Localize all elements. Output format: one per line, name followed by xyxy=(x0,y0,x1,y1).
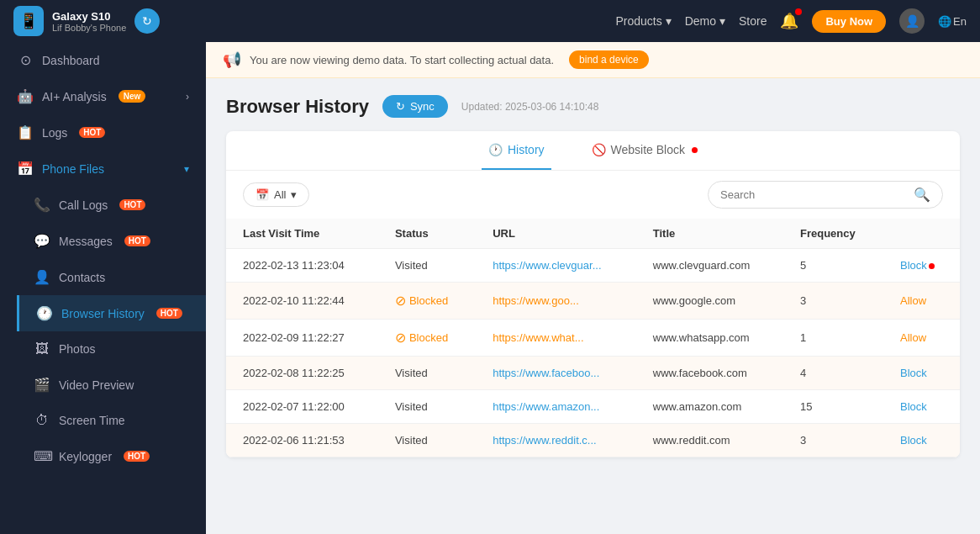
cell-time: 2022-02-08 11:22:25 xyxy=(226,357,378,390)
sidebar-item-phone-files[interactable]: 📅 Phone Files ▾ xyxy=(0,151,206,187)
tab-card: 🕐 History 🚫 Website Block 📅 All ▾ xyxy=(226,131,960,457)
url-link[interactable]: https://www.faceboo... xyxy=(493,367,599,379)
tab-history[interactable]: 🕐 History xyxy=(482,131,551,170)
table-row: 2022-02-10 11:22:44⊘ Blockedhttps://www.… xyxy=(226,283,960,320)
device-details: Galaxy S10 Lif Bobby's Phone xyxy=(52,10,126,33)
contacts-icon: 👤 xyxy=(34,269,50,285)
call-logs-icon: 📞 xyxy=(34,197,50,213)
block-action-button[interactable]: Block xyxy=(900,434,927,447)
demo-nav-link[interactable]: Demo ▾ xyxy=(685,14,725,28)
cell-action[interactable]: Allow xyxy=(883,283,960,320)
user-avatar[interactable]: 👤 xyxy=(899,8,925,34)
page-title: Browser History xyxy=(226,96,369,118)
device-info-section: 📱 Galaxy S10 Lif Bobby's Phone ↻ xyxy=(13,6,160,36)
url-link[interactable]: https://www.reddit.c... xyxy=(493,434,597,447)
bell-icon[interactable]: 🔔 xyxy=(780,12,798,30)
language-selector[interactable]: 🌐 En xyxy=(938,15,967,28)
block-action-button[interactable]: Block xyxy=(900,367,927,379)
sidebar-item-photos[interactable]: 🖼 Photos xyxy=(17,331,206,367)
sync-icon: ↻ xyxy=(396,100,405,113)
sidebar-item-label: Browser History xyxy=(61,307,145,320)
cell-action[interactable]: Block xyxy=(883,249,960,283)
hot-badge: HOT xyxy=(124,235,150,246)
dashboard-icon: ⊙ xyxy=(17,52,34,68)
sidebar-item-label: Call Logs xyxy=(59,198,108,212)
store-nav-link[interactable]: Store xyxy=(739,14,767,28)
cell-url[interactable]: https://www.what... xyxy=(476,320,636,357)
sidebar-item-ai-analysis[interactable]: 🤖 AI+ Analysis New › xyxy=(0,78,206,114)
url-link[interactable]: https://www.goo... xyxy=(493,294,579,307)
calendar-icon: 📅 xyxy=(256,188,269,201)
page-header: Browser History ↻ Sync Updated: 2025-03-… xyxy=(226,95,960,118)
chevron-down-icon: ▾ xyxy=(291,188,297,201)
search-input[interactable] xyxy=(720,188,907,201)
cell-action[interactable]: Block xyxy=(883,424,960,457)
bind-device-button[interactable]: bind a device xyxy=(569,50,649,69)
sync-icon[interactable]: ↻ xyxy=(134,8,160,34)
url-link[interactable]: https://www.amazon... xyxy=(493,400,599,413)
new-badge: New xyxy=(119,90,146,103)
sidebar-item-label: Contacts xyxy=(59,271,105,284)
url-link[interactable]: https://www.clevguar... xyxy=(493,259,601,272)
photos-icon: 🖼 xyxy=(34,341,50,357)
browser-history-icon: 🕐 xyxy=(36,305,53,321)
cell-title: www.whatsapp.com xyxy=(636,320,783,357)
cell-status: Visited xyxy=(378,424,476,457)
screen-time-icon: ⏱ xyxy=(34,413,50,428)
sidebar-item-keylogger[interactable]: ⌨ Keylogger HOT xyxy=(17,438,206,474)
sidebar-item-messages[interactable]: 💬 Messages HOT xyxy=(17,223,206,259)
banner-message: You are now viewing demo data. To start … xyxy=(250,54,554,66)
cell-action[interactable]: Block xyxy=(883,390,960,424)
sidebar-item-contacts[interactable]: 👤 Contacts xyxy=(17,259,206,295)
sidebar-item-label: Logs xyxy=(42,126,67,140)
cell-url[interactable]: https://www.faceboo... xyxy=(476,357,636,390)
sync-button[interactable]: ↻ Sync xyxy=(382,95,448,118)
cell-action[interactable]: Block xyxy=(883,357,960,390)
table-body: 2022-02-13 11:23:04Visitedhttps://www.cl… xyxy=(226,249,960,457)
chevron-down-icon: ▾ xyxy=(184,163,189,175)
sidebar-item-video-preview[interactable]: 🎬 Video Preview xyxy=(17,367,206,403)
search-icon[interactable]: 🔍 xyxy=(914,187,930,203)
sidebar-item-label: Phone Files xyxy=(42,162,104,176)
allow-action-button[interactable]: Allow xyxy=(900,294,926,307)
cell-title: www.reddit.com xyxy=(636,424,783,457)
sidebar-item-label: Photos xyxy=(59,342,96,356)
cell-url[interactable]: https://www.clevguar... xyxy=(476,249,636,283)
main-layout: ⊙ Dashboard 🤖 AI+ Analysis New › 📋 Logs … xyxy=(0,42,980,534)
cell-frequency: 3 xyxy=(783,283,883,320)
keylogger-icon: ⌨ xyxy=(34,448,50,464)
tab-website-block[interactable]: 🚫 Website Block xyxy=(585,131,704,170)
tab-bar: 🕐 History 🚫 Website Block xyxy=(226,131,960,171)
table-header: Last Visit Time Status URL Title Frequen… xyxy=(226,219,960,249)
cell-frequency: 15 xyxy=(783,390,883,424)
sidebar-item-label: AI+ Analysis xyxy=(42,90,107,103)
cell-url[interactable]: https://www.goo... xyxy=(476,283,636,320)
allow-action-button[interactable]: Allow xyxy=(900,331,926,344)
cell-frequency: 5 xyxy=(783,249,883,283)
sidebar-submenu: 📞 Call Logs HOT 💬 Messages HOT 👤 Contact… xyxy=(0,187,206,474)
buy-now-button[interactable]: Buy Now xyxy=(812,10,886,33)
date-filter-dropdown[interactable]: 📅 All ▾ xyxy=(243,182,309,207)
device-name: Galaxy S10 xyxy=(52,10,126,23)
sidebar-item-screen-time[interactable]: ⏱ Screen Time xyxy=(17,403,206,438)
cell-title: www.facebook.com xyxy=(636,357,783,390)
tab-dot-indicator xyxy=(692,147,698,153)
sidebar-item-browser-history[interactable]: 🕐 Browser History HOT xyxy=(17,295,206,331)
products-nav-link[interactable]: Products ▾ xyxy=(615,14,671,28)
block-action-button[interactable]: Block xyxy=(900,259,935,272)
sidebar-item-dashboard[interactable]: ⊙ Dashboard xyxy=(0,42,206,78)
hot-badge: HOT xyxy=(124,451,150,462)
sidebar-item-call-logs[interactable]: 📞 Call Logs HOT xyxy=(17,187,206,223)
cell-url[interactable]: https://www.reddit.c... xyxy=(476,424,636,457)
main-content: 📢 You are now viewing demo data. To star… xyxy=(206,42,980,534)
megaphone-icon: 📢 xyxy=(223,50,241,69)
sidebar-item-label: Video Preview xyxy=(59,378,134,392)
block-action-button[interactable]: Block xyxy=(900,400,927,413)
cell-url[interactable]: https://www.amazon... xyxy=(476,390,636,424)
sidebar-item-logs[interactable]: 📋 Logs HOT xyxy=(0,114,206,151)
sidebar-item-label: Dashboard xyxy=(42,54,100,67)
block-icon: 🚫 xyxy=(592,143,606,156)
url-link[interactable]: https://www.what... xyxy=(493,331,583,344)
col-title: Title xyxy=(636,219,783,249)
cell-action[interactable]: Allow xyxy=(883,320,960,357)
